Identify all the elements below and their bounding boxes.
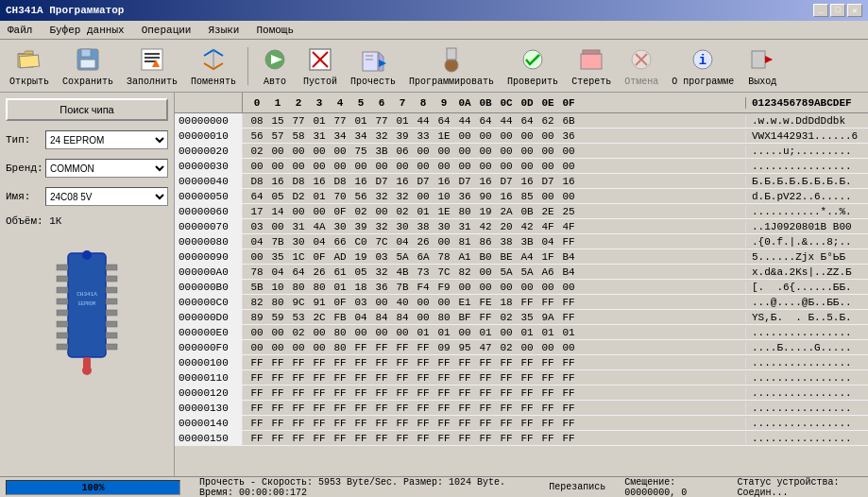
- hex-byte[interactable]: 00: [288, 206, 309, 217]
- hex-byte[interactable]: 04: [309, 236, 330, 248]
- hex-byte[interactable]: FF: [247, 403, 267, 414]
- hex-byte[interactable]: FF: [288, 357, 309, 368]
- hex-byte[interactable]: FF: [558, 297, 579, 308]
- hex-byte[interactable]: 18: [496, 297, 517, 308]
- hex-byte[interactable]: 19: [350, 251, 371, 263]
- hex-byte[interactable]: 35: [267, 251, 288, 263]
- table-row[interactable]: 00000140FFFFFFFFFFFFFFFFFFFFFFFFFFFFFFFF…: [175, 416, 868, 431]
- hex-byte[interactable]: FF: [517, 433, 537, 444]
- hex-byte[interactable]: 16: [475, 176, 496, 187]
- brand-select[interactable]: COMMON: [45, 159, 168, 178]
- hex-byte[interactable]: 2E: [537, 206, 558, 217]
- hex-byte[interactable]: 91: [309, 297, 330, 308]
- hex-byte[interactable]: D7: [537, 176, 558, 187]
- hex-byte[interactable]: FF: [434, 418, 454, 429]
- hex-byte[interactable]: FF: [371, 403, 392, 414]
- hex-byte[interactable]: FF: [496, 418, 517, 429]
- hex-byte[interactable]: FF: [413, 372, 434, 384]
- hex-byte[interactable]: FF: [517, 387, 537, 399]
- hex-byte[interactable]: 00: [517, 342, 537, 353]
- hex-byte[interactable]: FF: [350, 372, 371, 384]
- hex-byte[interactable]: FF: [558, 418, 579, 429]
- hex-byte[interactable]: 2A: [496, 206, 517, 217]
- menu-operations[interactable]: Операции: [138, 25, 196, 36]
- hex-byte[interactable]: 00: [267, 221, 288, 232]
- hex-byte[interactable]: 30: [330, 221, 350, 232]
- hex-byte[interactable]: 01: [537, 327, 558, 338]
- hex-byte[interactable]: 16: [558, 176, 579, 187]
- hex-byte[interactable]: 00: [496, 130, 517, 142]
- table-row[interactable]: 00000060171400000F020002011E80192A0B2E25…: [175, 204, 868, 219]
- table-row[interactable]: 00000130FFFFFFFFFFFFFFFFFFFFFFFFFFFFFFFF…: [175, 401, 868, 416]
- hex-byte[interactable]: 00: [558, 146, 579, 157]
- hex-byte[interactable]: 30: [392, 221, 413, 232]
- hex-byte[interactable]: FF: [330, 387, 350, 399]
- hex-byte[interactable]: FF: [413, 418, 434, 429]
- hex-byte[interactable]: 77: [371, 115, 392, 127]
- hex-byte[interactable]: 38: [496, 236, 517, 248]
- table-row[interactable]: 000000A0780464266105324B737C82005A5AA6B4…: [175, 265, 868, 280]
- hex-byte[interactable]: 00: [558, 282, 579, 293]
- hex-byte[interactable]: 16: [496, 191, 517, 202]
- hex-byte[interactable]: 00: [434, 161, 454, 172]
- hex-byte[interactable]: 00: [434, 297, 454, 308]
- hex-byte[interactable]: 32: [371, 266, 392, 278]
- hex-byte[interactable]: D8: [247, 176, 267, 187]
- hex-byte[interactable]: FF: [517, 403, 537, 414]
- hex-byte[interactable]: FF: [288, 418, 309, 429]
- hex-byte[interactable]: 77: [330, 115, 350, 127]
- hex-byte[interactable]: 01: [309, 191, 330, 202]
- table-row[interactable]: 00000040D816D816D816D716D716D716D716D716…: [175, 174, 868, 189]
- hex-byte[interactable]: 00: [371, 297, 392, 308]
- hex-byte[interactable]: 00: [517, 146, 537, 157]
- hex-byte[interactable]: 00: [309, 327, 330, 338]
- hex-byte[interactable]: B0: [475, 251, 496, 263]
- hex-byte[interactable]: 18: [350, 282, 371, 293]
- hex-byte[interactable]: 64: [517, 115, 537, 127]
- hex-byte[interactable]: FF: [454, 387, 475, 399]
- hex-byte[interactable]: FF: [350, 357, 371, 368]
- hex-byte[interactable]: D8: [330, 176, 350, 187]
- hex-byte[interactable]: FF: [309, 418, 330, 429]
- hex-byte[interactable]: FF: [434, 387, 454, 399]
- hex-byte[interactable]: FF: [288, 387, 309, 399]
- hex-byte[interactable]: 56: [247, 130, 267, 142]
- hex-byte[interactable]: 16: [392, 176, 413, 187]
- table-row[interactable]: 00000110FFFFFFFFFFFFFFFFFFFFFFFFFFFFFFFF…: [175, 370, 868, 386]
- hex-byte[interactable]: 7B: [392, 282, 413, 293]
- table-row[interactable]: 000000200200000000753B060000000000000000…: [175, 144, 868, 159]
- menu-buffer[interactable]: Буфер данных: [45, 25, 128, 36]
- menu-help[interactable]: Помощь: [252, 25, 298, 36]
- hex-byte[interactable]: 47: [475, 342, 496, 353]
- hex-byte[interactable]: 32: [371, 221, 392, 232]
- hex-byte[interactable]: 05: [267, 191, 288, 202]
- hex-byte[interactable]: 10: [267, 282, 288, 293]
- hex-byte[interactable]: FF: [309, 433, 330, 444]
- hex-byte[interactable]: FF: [247, 387, 267, 399]
- hex-byte[interactable]: 31: [288, 221, 309, 232]
- hex-byte[interactable]: FF: [371, 372, 392, 384]
- menu-languages[interactable]: Языки: [204, 25, 243, 36]
- hex-byte[interactable]: FF: [350, 418, 371, 429]
- hex-byte[interactable]: 32: [371, 191, 392, 202]
- hex-byte[interactable]: 01: [558, 327, 579, 338]
- maximize-button[interactable]: □: [830, 4, 845, 17]
- hex-byte[interactable]: 02: [496, 342, 517, 353]
- hex-byte[interactable]: 00: [247, 161, 267, 172]
- hex-byte[interactable]: 00: [267, 161, 288, 172]
- table-row[interactable]: 00000120FFFFFFFFFFFFFFFFFFFFFFFFFFFFFFFF…: [175, 386, 868, 401]
- hex-byte[interactable]: 70: [330, 191, 350, 202]
- hex-byte[interactable]: 42: [475, 221, 496, 232]
- btn-open[interactable]: Открыть: [6, 43, 53, 89]
- hex-byte[interactable]: FF: [267, 418, 288, 429]
- hex-byte[interactable]: 00: [537, 191, 558, 202]
- hex-byte[interactable]: FF: [558, 236, 579, 248]
- hex-byte[interactable]: 0F: [330, 297, 350, 308]
- hex-byte[interactable]: FF: [392, 357, 413, 368]
- hex-byte[interactable]: FF: [247, 372, 267, 384]
- hex-byte[interactable]: 01: [517, 327, 537, 338]
- hex-byte[interactable]: 00: [475, 282, 496, 293]
- hex-byte[interactable]: 73: [413, 266, 434, 278]
- hex-byte[interactable]: 05: [350, 266, 371, 278]
- hex-byte[interactable]: 00: [413, 146, 434, 157]
